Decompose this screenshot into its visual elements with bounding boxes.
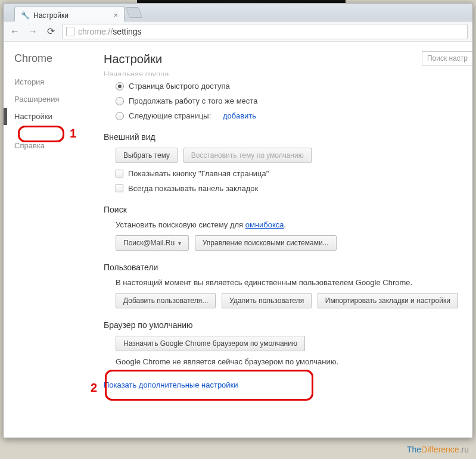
section-default-browser-heading: Браузер по умолчанию (104, 320, 462, 330)
sidebar-item-settings[interactable]: Настройки (4, 108, 93, 125)
url-path: settings (113, 27, 141, 36)
choose-theme-button[interactable]: Выбрать тему (116, 148, 178, 163)
watermark: TheDifference.ru (407, 445, 469, 454)
startup-option-pages[interactable]: Следующие страницы: добавить (116, 111, 462, 120)
checkbox-label: Показывать кнопку "Главная страница" (128, 169, 269, 178)
chevron-down-icon: ▾ (178, 240, 181, 246)
show-bookmarks-checkbox[interactable]: Всегда показывать панель закладок (116, 184, 462, 193)
close-icon[interactable]: × (113, 11, 118, 20)
sidebar-item-help[interactable]: Справка (4, 137, 93, 154)
section-startup: Страница быстрого доступа Продолжать раб… (104, 82, 462, 120)
page-icon (66, 27, 74, 36)
page-title: Настройки (104, 52, 462, 66)
checkbox-icon (116, 170, 123, 177)
search-desc: Установить поисковую систему для (116, 220, 245, 229)
reset-theme-button: Восстановить тему по умолчанию (183, 148, 312, 163)
section-appearance-heading: Внешний вид (104, 132, 462, 142)
startup-add-link[interactable]: добавить (223, 111, 256, 120)
radio-icon (116, 97, 124, 105)
omnibox-link[interactable]: омнибокса (245, 220, 284, 229)
annotation-number-2: 2 (91, 381, 97, 395)
toolbar: ← → ⟳ chrome://settings (4, 21, 472, 42)
radio-label: Продолжать работу с того же места (129, 96, 257, 105)
section-appearance: Выбрать тему Восстановить тему по умолча… (104, 148, 462, 193)
startup-option-continue[interactable]: Продолжать работу с того же места (116, 96, 462, 105)
omnibox[interactable]: chrome://settings (62, 24, 468, 39)
settings-search-input[interactable]: Поиск настр (422, 51, 472, 65)
delete-user-button[interactable]: Удалить пользователя (222, 293, 312, 308)
users-desc: В настоящий момент вы являетесь единстве… (116, 278, 462, 287)
radio-icon (116, 82, 124, 90)
section-users: В настоящий момент вы являетесь единстве… (104, 278, 462, 308)
startup-option-fast[interactable]: Страница быстрого доступа (116, 82, 462, 90)
wrench-icon: 🔧 (21, 11, 30, 20)
radio-label: Страница быстрого доступа (129, 82, 230, 90)
section-search-heading: Поиск (104, 205, 462, 214)
section-default-browser: Назначить Google Chrome браузером по умо… (104, 336, 462, 366)
checkbox-icon (116, 185, 123, 192)
section-startup-heading: Начальная группа (104, 70, 462, 76)
sidebar-item-extensions[interactable]: Расширения (4, 90, 93, 108)
browser-window: 🔧 Настройки × ← → ⟳ chrome://settings Ch… (3, 3, 473, 438)
search-engine-select[interactable]: Поиск@Mail.Ru▾ (116, 235, 189, 251)
content-area: Chrome История Расширения Настройки Спра… (4, 42, 472, 438)
default-browser-status: Google Chrome не является сейчас браузер… (116, 357, 462, 366)
section-users-heading: Пользователи (104, 263, 462, 272)
tab-title: Настройки (33, 11, 69, 20)
tab-strip: 🔧 Настройки × (4, 4, 472, 21)
brand-label: Chrome (4, 52, 93, 73)
manage-search-button[interactable]: Управление поисковыми системами... (195, 235, 337, 251)
checkbox-label: Всегда показывать панель закладок (128, 184, 258, 193)
settings-main: Настройки Поиск настр Начальная группа С… (93, 42, 472, 438)
sidebar: Chrome История Расширения Настройки Спра… (4, 42, 93, 438)
forward-button: → (26, 25, 39, 38)
show-home-checkbox[interactable]: Показывать кнопку "Главная страница" (116, 169, 462, 178)
new-tab-button[interactable] (126, 7, 143, 18)
section-search: Установить поисковую систему для омнибок… (104, 220, 462, 251)
radio-icon (116, 112, 124, 120)
set-default-browser-button[interactable]: Назначить Google Chrome браузером по умо… (116, 336, 305, 351)
import-bookmarks-button[interactable]: Импортировать закладки и настройки (318, 293, 458, 308)
annotation-number-1: 1 (70, 127, 76, 140)
reload-button[interactable]: ⟳ (44, 25, 57, 38)
show-advanced-link[interactable]: Показать дополнительные настройки (104, 380, 238, 389)
tab-settings[interactable]: 🔧 Настройки × (14, 6, 125, 21)
url-scheme: chrome:// (78, 27, 113, 36)
sidebar-item-history[interactable]: История (4, 73, 93, 90)
radio-label: Следующие страницы: (129, 111, 211, 120)
add-user-button[interactable]: Добавить пользователя... (116, 293, 216, 308)
back-button[interactable]: ← (8, 25, 21, 38)
